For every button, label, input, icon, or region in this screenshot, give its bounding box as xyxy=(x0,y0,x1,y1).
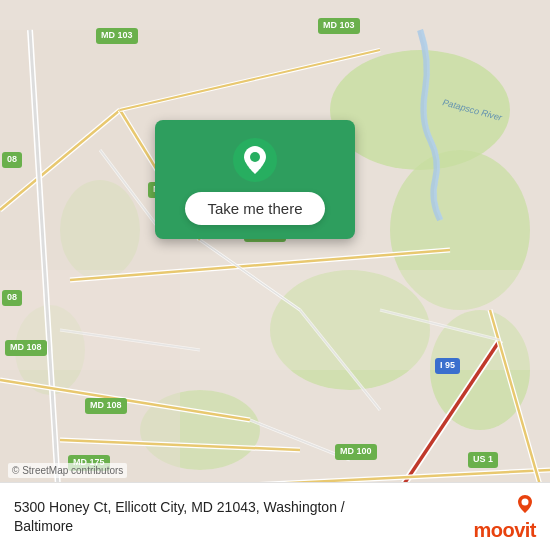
address-line1: 5300 Honey Ct, Ellicott City, MD 21043, … xyxy=(14,498,463,516)
popup-card: Take me there xyxy=(155,120,355,239)
moovit-logo: moovit xyxy=(473,493,536,540)
road-badge-md103-top2: MD 103 xyxy=(318,18,360,34)
address-line2: Baltimore xyxy=(14,517,463,535)
svg-point-46 xyxy=(250,152,260,162)
address-block: 5300 Honey Ct, Ellicott City, MD 21043, … xyxy=(14,498,463,534)
moovit-pin-icon xyxy=(514,493,536,520)
road-badge-us1: US 1 xyxy=(468,452,498,468)
road-badge-md108-bot: MD 108 xyxy=(85,398,127,414)
take-me-there-button[interactable]: Take me there xyxy=(185,192,324,225)
map-container: Patapsco River xyxy=(0,0,550,550)
road-badge-rt08-top: 08 xyxy=(2,152,22,168)
svg-point-47 xyxy=(522,499,529,506)
road-badge-rt08-bot: 08 xyxy=(2,290,22,306)
location-pin-icon xyxy=(233,138,277,182)
info-bar: 5300 Honey Ct, Ellicott City, MD 21043, … xyxy=(0,482,550,550)
road-badge-md103-top: MD 103 xyxy=(96,28,138,44)
svg-rect-10 xyxy=(0,270,550,370)
road-badge-md108-left: MD 108 xyxy=(5,340,47,356)
road-badge-md100: MD 100 xyxy=(335,444,377,460)
road-badge-i95: I 95 xyxy=(435,358,460,374)
moovit-brand-label: moovit xyxy=(473,520,536,540)
map-attribution: © StreetMap contributors xyxy=(8,463,127,478)
